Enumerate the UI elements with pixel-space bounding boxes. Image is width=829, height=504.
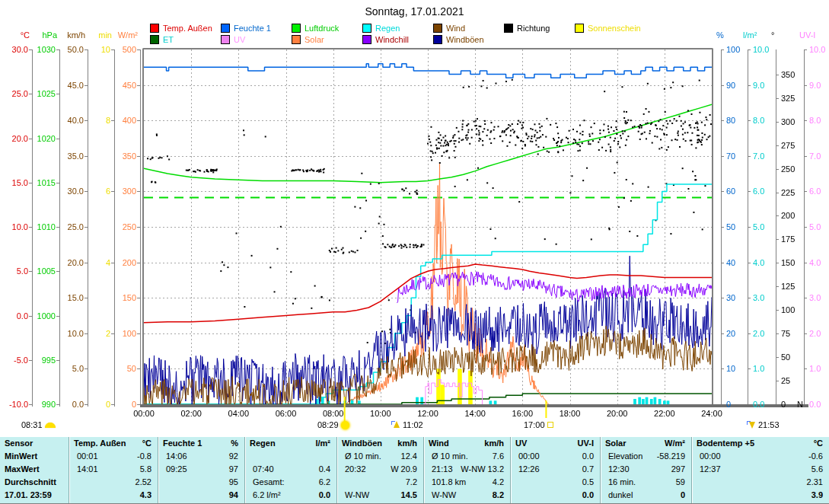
table-row-label: Sensor [0,437,69,450]
table-cell-row: 0.5 [511,476,600,489]
cell-time-label: 00:00 [692,450,721,463]
cell-value: 3.9 [811,489,829,502]
table-column-windb-en: Windböenkm/hØ 10 min.12.420:32W 20.97.2W… [336,437,423,503]
cell-time-label: W-NW [337,489,369,502]
cell-value: W-NW 13.2 [461,463,510,476]
axis-tick-label: 100 [726,45,752,54]
cell-value: 2.31 [807,476,829,489]
axis-tick-label: 2.0 [753,329,779,338]
cell-time-label: 16 min. [601,476,636,489]
axis-tick-label: 50 [781,352,807,362]
cell-value: 0.4 [319,463,336,476]
legend-swatch-icon [433,24,442,33]
axis-tick-label: 300 [104,187,136,196]
table-cell-row: Elevation-58.219 [601,450,691,463]
cell-time-label: 101.8 km [424,476,466,489]
axis-tick-label: 1010 [24,222,56,231]
axis-tick-label: 15.0 [52,293,84,302]
axis-tick-label: 175 [781,234,807,244]
annotation-time: 17:00 [524,420,545,429]
table-column-wind: Windkm/hØ 10 min.7.621:13W-NW 13.2101.8 … [423,437,510,503]
table-cell-row: 0.0 [511,489,600,502]
legend-item-solar: Solar [292,35,324,44]
table-column-solar: SolarW/m²Elevation-58.21912:3029716 min.… [600,437,691,503]
cell-value: 0.0 [582,489,600,502]
legend-item-wind: Wind [433,24,465,33]
cell-time-label [511,489,518,502]
table-cell-row: 6.2 l/m²0.0 [245,489,336,502]
axis-tick-label: 200 [104,258,136,267]
table-cell-row: 2.52 [69,476,158,489]
table-column-header: Windböenkm/h [337,437,423,450]
axis-unit-wm2: W/m² [104,30,138,40]
cell-time-label: Gesamt: [245,476,285,489]
axis-tick-label: 20 [726,329,752,338]
sun-icon [341,421,349,429]
axis-tick-label: 8.0 [809,116,829,125]
cell-value: 97 [229,463,244,476]
cell-time-label: 12:37 [692,463,721,476]
axis-tick-label: 400 [104,116,136,125]
cell-time-label: 00:00 [511,450,540,463]
cell-value: 0.5 [582,476,600,489]
sensor-name: Regen [245,437,276,450]
axis-tick-label: 1.0 [753,364,779,373]
axis-tick-label: 225 [781,188,807,197]
axis-tick-label: 5.0 [809,222,829,231]
axis-tick-label: 80 [726,116,752,125]
cell-time-label: Ø 10 min. [424,450,468,463]
x-axis-tick-label: 24:00 [693,409,730,418]
table-cell-row: 21:13W-NW 13.2 [424,463,510,476]
legend-label: Temp. Außen [163,24,212,33]
sensor-unit: % [231,437,244,450]
axis-north-label: N [797,400,803,409]
cell-time-label: 00:01 [69,450,98,463]
axis-tick-label: 500 [104,45,136,54]
axis-tick-label: 300 [781,117,807,126]
table-cell-row: 3.9 [692,489,829,502]
table-row-label: 17.01. 23:59 [0,489,69,502]
legend-swatch-icon [433,35,442,44]
axis-tick-label: 90 [726,81,752,90]
legend-label: Wind [446,24,465,33]
table-cell-row: 09:2597 [158,463,244,476]
sensor-name: Windböen [337,437,382,450]
axis-tick-label: 3.0 [753,293,779,302]
table-cell-row: 20:32W 20.9 [337,463,423,476]
table-cell-row: dunkel0 [601,489,691,502]
legend-swatch-icon [504,24,513,33]
legend-label: Richtung [517,24,550,33]
legend-item-richtung: Richtung [504,24,550,33]
legend-item-regen: Regen [362,24,400,33]
axis-tick-label: 0.0 [753,400,779,409]
cell-time-label: 12:30 [601,463,630,476]
axis-tick-label: 150 [781,258,807,267]
legend-swatch-icon [292,24,301,33]
annotation-right_margin: 21:53 [747,419,780,430]
table-column-regen: Regenl/m²07:400.4Gesamt:6.26.2 l/m²0.0 [244,437,336,503]
cell-time-label [69,489,77,502]
sensor-name: Temp. Außen [69,437,126,450]
cell-time-label: Elevation [601,450,642,463]
table-cell-row: 14:015.8 [69,463,158,476]
table-cell-row: 16 min.59 [601,476,691,489]
axis-tick-label: 1005 [24,266,56,276]
sensor-unit: UV-I [578,437,600,450]
axis-tick-label: 1030 [24,45,56,54]
table-cell-row: 4.3 [69,489,158,502]
table-column-header: Feuchte 1% [158,437,244,450]
axis-tick-label: 200 [781,211,807,220]
sensor-unit: W/m² [665,437,691,450]
cell-time-label [158,489,166,502]
moonset-arrow-icon [747,420,756,429]
table-row-label: MinWert [0,450,69,463]
axis-tick-label: 1000 [24,311,56,321]
table-cell-row: Ø 10 min.12.4 [337,450,423,463]
legend-label: Regen [375,24,400,33]
axis-tick-label: 250 [781,164,807,174]
cell-value: 0 [681,489,691,502]
cell-time-label [69,476,77,489]
table-cell-row: 2.31 [692,476,829,489]
table-cell-row: 94 [158,489,244,502]
x-axis-tick-label: 22:00 [646,409,683,418]
